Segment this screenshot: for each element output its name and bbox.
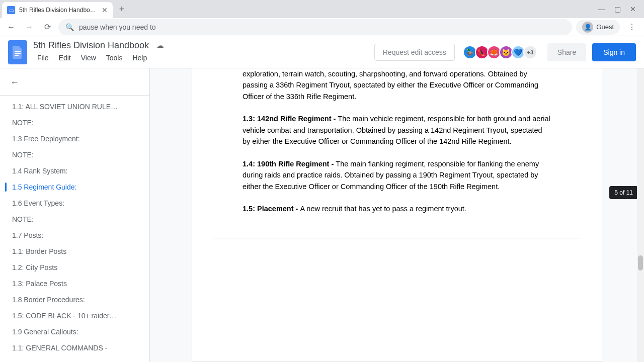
outline-item[interactable]: 1.1: Border Posts bbox=[0, 243, 149, 259]
scrollbar-track[interactable] bbox=[637, 68, 644, 362]
share-button[interactable]: Share bbox=[547, 43, 586, 61]
menu-view[interactable]: View bbox=[77, 52, 100, 64]
paragraph-1-5: 1.5: Placement - A new recruit that has … bbox=[243, 203, 551, 214]
docs-body: ← 1.1: ALL SOVIET UNION RULE…NOTE:1.3 Fr… bbox=[0, 68, 644, 362]
body-1-5: A new recruit that has yet to pass a reg… bbox=[300, 205, 466, 213]
reload-button[interactable]: ⟳ bbox=[40, 20, 54, 34]
svg-rect-2 bbox=[15, 55, 19, 56]
guest-avatar-icon: 👤 bbox=[582, 22, 593, 33]
document-canvas[interactable]: exploration, terrain watch, scouting, sh… bbox=[150, 68, 644, 362]
guest-label: Guest bbox=[596, 23, 614, 31]
svg-rect-1 bbox=[15, 53, 21, 54]
outline-item[interactable]: 1.2: City Posts bbox=[0, 259, 149, 276]
guest-profile-chip[interactable]: 👤 Guest bbox=[576, 20, 620, 35]
search-icon: 🔍 bbox=[65, 23, 74, 31]
outline-item[interactable]: NOTE: bbox=[0, 115, 149, 131]
outline-item[interactable]: 1.3: Palace Posts bbox=[0, 276, 149, 292]
back-button[interactable]: ← bbox=[4, 20, 18, 34]
collaborator-avatars: 🦆 👠 🦊 🐱 💙 +3 bbox=[465, 45, 537, 59]
page-break bbox=[212, 238, 582, 238]
scrollbar-thumb[interactable] bbox=[638, 255, 643, 270]
browser-tab[interactable]: ▭ 5th Rifles Division Handbook - G ✕ bbox=[2, 2, 113, 18]
new-tab-button[interactable]: + bbox=[115, 2, 129, 16]
outline-item[interactable]: 1.7 Posts: bbox=[0, 227, 149, 243]
outline-item[interactable]: 1.9 General Callouts: bbox=[0, 324, 149, 340]
document-page: exploration, terrain watch, scouting, sh… bbox=[192, 68, 602, 362]
outline-item[interactable]: 1.5: CODE BLACK - 10+ raider… bbox=[0, 308, 149, 324]
browser-nav-bar: ← → ⟳ 🔍 pause when you need to 👤 Guest ⋮ bbox=[0, 18, 644, 36]
forward-button[interactable]: → bbox=[22, 20, 36, 34]
document-title[interactable]: 5th Rifles Division Handbook bbox=[33, 40, 149, 51]
heading-1-3: 1.3: 142nd Rifle Regiment - bbox=[243, 115, 338, 123]
outline-item[interactable]: 1.1: ALL SOVIET UNION RULE… bbox=[0, 99, 149, 115]
omnibox-text: pause when you need to bbox=[79, 23, 156, 31]
docs-title-area: 5th Rifles Division Handbook ☁ File Edit… bbox=[33, 40, 368, 64]
minimize-icon[interactable]: — bbox=[598, 5, 605, 13]
heading-1-5: 1.5: Placement - bbox=[243, 205, 300, 213]
heading-1-4: 1.4: 190th Rifle Regiment - bbox=[243, 160, 336, 168]
docs-logo-icon[interactable] bbox=[8, 40, 27, 64]
outline-back-button[interactable]: ← bbox=[0, 73, 149, 92]
paragraph-1-3: 1.3: 142nd Rifle Regiment - The main veh… bbox=[243, 113, 551, 147]
window-controls: — ▢ ✕ bbox=[598, 5, 642, 13]
more-collaborators[interactable]: +3 bbox=[523, 45, 537, 59]
outline-item[interactable]: 1.8 Border Procedures: bbox=[0, 292, 149, 308]
outline-item[interactable]: 1.1: GENERAL COMMANDS - bbox=[0, 340, 149, 356]
menu-tools[interactable]: Tools bbox=[102, 52, 127, 64]
docs-menu-bar: File Edit View Tools Help bbox=[33, 52, 368, 64]
cloud-saved-icon[interactable]: ☁ bbox=[156, 41, 164, 50]
docs-favicon: ▭ bbox=[7, 6, 15, 14]
maximize-icon[interactable]: ▢ bbox=[614, 5, 621, 13]
close-window-icon[interactable]: ✕ bbox=[630, 5, 636, 13]
browser-menu-icon[interactable]: ⋮ bbox=[624, 22, 640, 32]
outline-item[interactable]: 1.3 Free Deployment: bbox=[0, 131, 149, 147]
outline-item[interactable]: NOTE: bbox=[0, 211, 149, 227]
paragraph-1-4: 1.4: 190th Rifle Regiment - The main fla… bbox=[243, 158, 551, 192]
outline-item[interactable]: 1.5 Regiment Guide: bbox=[0, 179, 149, 195]
menu-edit[interactable]: Edit bbox=[55, 52, 75, 64]
tab-title: 5th Rifles Division Handbook - G bbox=[19, 7, 98, 14]
outline-item[interactable]: NOTE: bbox=[0, 147, 149, 163]
svg-rect-0 bbox=[15, 51, 21, 52]
docs-header: 5th Rifles Division Handbook ☁ File Edit… bbox=[0, 36, 644, 68]
menu-help[interactable]: Help bbox=[128, 52, 151, 64]
paragraph-intro: exploration, terrain watch, scouting, sh… bbox=[243, 68, 551, 102]
outline-panel: ← 1.1: ALL SOVIET UNION RULE…NOTE:1.3 Fr… bbox=[0, 68, 150, 362]
menu-file[interactable]: File bbox=[33, 52, 53, 64]
outline-item[interactable]: 1.6 Event Types: bbox=[0, 195, 149, 211]
outline-item[interactable]: 1.4 Rank System: bbox=[0, 163, 149, 179]
outline-divider bbox=[0, 95, 149, 96]
signin-button[interactable]: Sign in bbox=[592, 43, 636, 61]
page-indicator: 5 of 11 bbox=[609, 186, 638, 199]
omnibox[interactable]: 🔍 pause when you need to bbox=[58, 19, 572, 35]
browser-tab-strip: ▭ 5th Rifles Division Handbook - G ✕ + —… bbox=[0, 0, 644, 18]
close-tab-icon[interactable]: ✕ bbox=[102, 6, 108, 14]
request-edit-button[interactable]: Request edit access bbox=[374, 44, 455, 61]
